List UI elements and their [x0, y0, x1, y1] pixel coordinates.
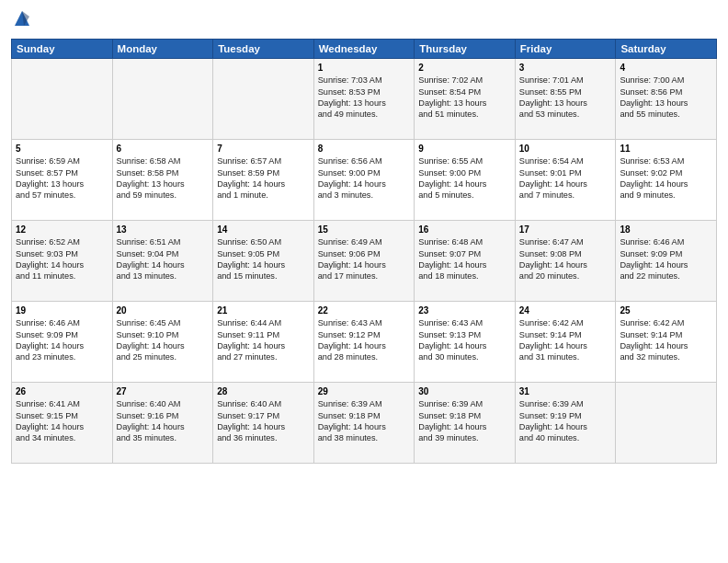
day-info-line: and 53 minutes.	[519, 109, 612, 120]
weekday-header-wednesday: Wednesday	[313, 39, 415, 58]
logo-icon	[13, 9, 31, 28]
day-info-line: Sunrise: 6:52 AM	[16, 236, 108, 247]
day-info-line: Sunrise: 6:50 AM	[217, 236, 310, 247]
weekday-header-saturday: Saturday	[616, 39, 717, 58]
day-info-line: Daylight: 13 hours	[519, 98, 612, 109]
day-info-line: Sunset: 8:55 PM	[519, 86, 612, 98]
day-info-line: Daylight: 14 hours	[620, 259, 712, 270]
calendar-week-4: 19Sunrise: 6:46 AMSunset: 9:09 PMDayligh…	[12, 301, 717, 382]
day-info-line: Sunrise: 6:42 AM	[519, 317, 612, 328]
day-info-line: Daylight: 14 hours	[217, 340, 310, 351]
day-number: 28	[217, 385, 310, 398]
day-number: 22	[318, 304, 411, 317]
calendar-cell: 9Sunrise: 6:55 AMSunset: 9:00 PMDaylight…	[415, 139, 516, 220]
day-info-line: and 28 minutes.	[318, 351, 411, 362]
day-info-line: Sunrise: 6:47 AM	[519, 236, 612, 247]
day-info-line: Sunset: 9:10 PM	[117, 329, 210, 340]
calendar-cell: 14Sunrise: 6:50 AMSunset: 9:05 PMDayligh…	[213, 220, 314, 301]
day-number: 14	[217, 224, 310, 236]
calendar-cell: 30Sunrise: 6:39 AMSunset: 9:18 PMDayligh…	[415, 382, 516, 463]
day-info-line: Sunrise: 7:02 AM	[418, 75, 511, 86]
day-info-line: Sunrise: 6:40 AM	[217, 398, 310, 409]
calendar-cell: 8Sunrise: 6:56 AMSunset: 9:00 PMDaylight…	[313, 139, 415, 220]
calendar-cell: 21Sunrise: 6:44 AMSunset: 9:11 PMDayligh…	[213, 301, 314, 382]
day-info-line: Sunset: 9:01 PM	[519, 167, 612, 178]
day-info-line: Sunset: 9:19 PM	[519, 410, 612, 421]
day-info-line: Sunrise: 6:41 AM	[16, 398, 108, 409]
day-info-line: Sunset: 8:57 PM	[16, 167, 108, 178]
calendar-cell: 15Sunrise: 6:49 AMSunset: 9:06 PMDayligh…	[313, 220, 415, 301]
day-number: 8	[318, 143, 411, 155]
day-info-line: and 30 minutes.	[418, 351, 511, 362]
day-info-line: and 36 minutes.	[217, 432, 310, 443]
day-number: 1	[318, 62, 411, 75]
day-info-line: and 38 minutes.	[318, 432, 411, 443]
weekday-header-sunday: Sunday	[12, 39, 113, 58]
day-info-line: Daylight: 13 hours	[418, 98, 511, 109]
day-info-line: and 1 minute.	[217, 190, 310, 201]
day-info-line: Sunset: 8:58 PM	[117, 167, 210, 178]
day-info-line: Sunrise: 6:43 AM	[418, 317, 511, 328]
day-info-line: Sunset: 9:00 PM	[318, 167, 411, 178]
day-number: 29	[318, 385, 411, 398]
day-info-line: Sunset: 9:00 PM	[418, 167, 511, 178]
day-info-line: Sunrise: 6:48 AM	[418, 236, 511, 247]
day-info-line: Daylight: 14 hours	[117, 340, 210, 351]
day-info-line: Daylight: 13 hours	[318, 98, 411, 109]
day-info-line: and 11 minutes.	[16, 270, 108, 282]
day-number: 3	[519, 62, 612, 75]
day-info-line: Sunrise: 6:39 AM	[418, 398, 511, 409]
day-info-line: Sunset: 9:13 PM	[418, 329, 511, 340]
day-info-line: Daylight: 14 hours	[418, 340, 511, 351]
day-info-line: Daylight: 14 hours	[16, 259, 108, 270]
day-info-line: Daylight: 14 hours	[16, 421, 108, 432]
day-info-line: Sunrise: 6:44 AM	[217, 317, 310, 328]
calendar-cell: 12Sunrise: 6:52 AMSunset: 9:03 PMDayligh…	[12, 220, 113, 301]
day-info-line: Sunset: 9:12 PM	[318, 329, 411, 340]
day-number: 16	[418, 224, 511, 236]
day-number: 5	[16, 143, 108, 155]
day-info-line: and 5 minutes.	[418, 190, 511, 201]
day-info-line: Sunrise: 6:53 AM	[620, 155, 712, 167]
day-info-line: Sunrise: 7:00 AM	[620, 75, 712, 86]
calendar-cell: 3Sunrise: 7:01 AMSunset: 8:55 PMDaylight…	[515, 58, 616, 139]
day-info-line: and 57 minutes.	[16, 190, 108, 201]
calendar-cell: 31Sunrise: 6:39 AMSunset: 9:19 PMDayligh…	[515, 382, 616, 463]
day-info-line: Sunrise: 6:42 AM	[620, 317, 712, 328]
day-info-line: Sunset: 9:06 PM	[318, 248, 411, 259]
day-info-line: and 17 minutes.	[318, 270, 411, 282]
day-number: 31	[519, 385, 612, 398]
calendar-cell: 10Sunrise: 6:54 AMSunset: 9:01 PMDayligh…	[515, 139, 616, 220]
day-info-line: Sunrise: 7:03 AM	[318, 75, 411, 86]
day-info-line: Sunrise: 6:55 AM	[418, 155, 511, 167]
day-info-line: Sunrise: 6:59 AM	[16, 155, 108, 167]
calendar-table: SundayMondayTuesdayWednesdayThursdayFrid…	[11, 39, 717, 464]
day-info-line: Sunrise: 6:43 AM	[318, 317, 411, 328]
day-number: 21	[217, 304, 310, 317]
day-info-line: Sunset: 9:09 PM	[16, 329, 108, 340]
day-number: 27	[117, 385, 210, 398]
calendar-cell	[213, 58, 314, 139]
calendar-cell: 17Sunrise: 6:47 AMSunset: 9:08 PMDayligh…	[515, 220, 616, 301]
day-info-line: and 18 minutes.	[418, 270, 511, 282]
calendar-cell: 20Sunrise: 6:45 AMSunset: 9:10 PMDayligh…	[112, 301, 213, 382]
day-info-line: and 22 minutes.	[620, 270, 712, 282]
weekday-header-monday: Monday	[112, 39, 213, 58]
day-info-line: Sunrise: 6:56 AM	[318, 155, 411, 167]
day-info-line: Sunset: 9:18 PM	[418, 410, 511, 421]
day-number: 13	[117, 224, 210, 236]
day-info-line: Sunrise: 6:57 AM	[217, 155, 310, 167]
day-info-line: and 7 minutes.	[519, 190, 612, 201]
day-info-line: and 59 minutes.	[117, 190, 210, 201]
calendar-cell	[12, 58, 113, 139]
calendar-cell: 6Sunrise: 6:58 AMSunset: 8:58 PMDaylight…	[112, 139, 213, 220]
day-info-line: Sunrise: 6:39 AM	[318, 398, 411, 409]
calendar-cell	[616, 382, 717, 463]
day-info-line: Sunset: 9:14 PM	[620, 329, 712, 340]
day-info-line: Sunset: 9:09 PM	[620, 248, 712, 259]
weekday-header-friday: Friday	[515, 39, 616, 58]
calendar-cell: 11Sunrise: 6:53 AMSunset: 9:02 PMDayligh…	[616, 139, 717, 220]
day-info-line: and 15 minutes.	[217, 270, 310, 282]
calendar-cell: 4Sunrise: 7:00 AMSunset: 8:56 PMDaylight…	[616, 58, 717, 139]
day-info-line: and 34 minutes.	[16, 432, 108, 443]
